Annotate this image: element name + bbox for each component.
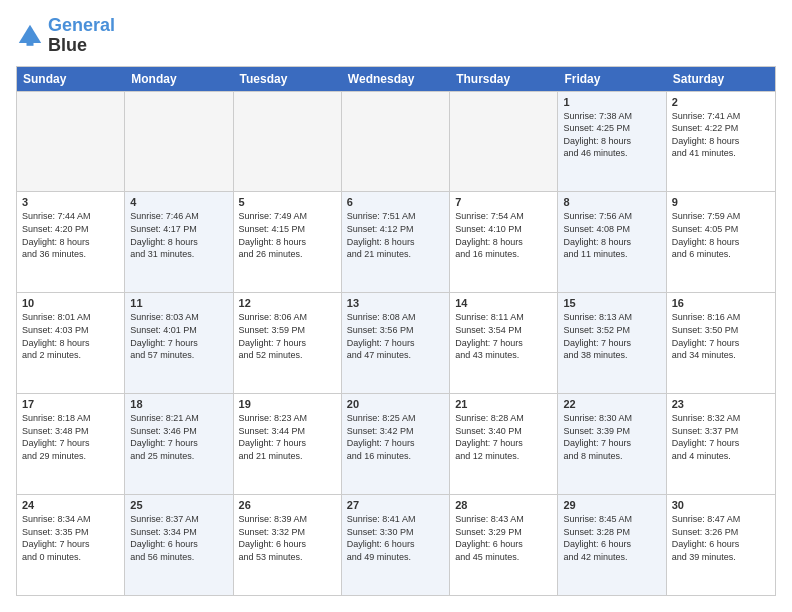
day-number: 9 — [672, 196, 770, 208]
day-info: Sunrise: 8:37 AM Sunset: 3:34 PM Dayligh… — [130, 513, 227, 563]
day-info: Sunrise: 8:28 AM Sunset: 3:40 PM Dayligh… — [455, 412, 552, 462]
day-cell-6: 6Sunrise: 7:51 AM Sunset: 4:12 PM Daylig… — [342, 192, 450, 292]
day-cell-11: 11Sunrise: 8:03 AM Sunset: 4:01 PM Dayli… — [125, 293, 233, 393]
day-info: Sunrise: 8:21 AM Sunset: 3:46 PM Dayligh… — [130, 412, 227, 462]
day-info: Sunrise: 8:23 AM Sunset: 3:44 PM Dayligh… — [239, 412, 336, 462]
calendar-row-1: 3Sunrise: 7:44 AM Sunset: 4:20 PM Daylig… — [17, 191, 775, 292]
day-info: Sunrise: 8:41 AM Sunset: 3:30 PM Dayligh… — [347, 513, 444, 563]
day-number: 1 — [563, 96, 660, 108]
day-cell-5: 5Sunrise: 7:49 AM Sunset: 4:15 PM Daylig… — [234, 192, 342, 292]
day-number: 30 — [672, 499, 770, 511]
day-info: Sunrise: 8:45 AM Sunset: 3:28 PM Dayligh… — [563, 513, 660, 563]
day-cell-4: 4Sunrise: 7:46 AM Sunset: 4:17 PM Daylig… — [125, 192, 233, 292]
empty-cell-0-1 — [125, 92, 233, 192]
logo-icon — [16, 22, 44, 50]
day-cell-18: 18Sunrise: 8:21 AM Sunset: 3:46 PM Dayli… — [125, 394, 233, 494]
day-number: 28 — [455, 499, 552, 511]
empty-cell-0-3 — [342, 92, 450, 192]
day-cell-13: 13Sunrise: 8:08 AM Sunset: 3:56 PM Dayli… — [342, 293, 450, 393]
day-info: Sunrise: 8:06 AM Sunset: 3:59 PM Dayligh… — [239, 311, 336, 361]
empty-cell-0-0 — [17, 92, 125, 192]
day-number: 21 — [455, 398, 552, 410]
weekday-header-tuesday: Tuesday — [234, 67, 342, 91]
day-cell-25: 25Sunrise: 8:37 AM Sunset: 3:34 PM Dayli… — [125, 495, 233, 595]
day-info: Sunrise: 8:34 AM Sunset: 3:35 PM Dayligh… — [22, 513, 119, 563]
day-info: Sunrise: 8:11 AM Sunset: 3:54 PM Dayligh… — [455, 311, 552, 361]
day-info: Sunrise: 7:51 AM Sunset: 4:12 PM Dayligh… — [347, 210, 444, 260]
page: General Blue SundayMondayTuesdayWednesda… — [0, 0, 792, 612]
day-cell-3: 3Sunrise: 7:44 AM Sunset: 4:20 PM Daylig… — [17, 192, 125, 292]
weekday-header-friday: Friday — [558, 67, 666, 91]
day-number: 23 — [672, 398, 770, 410]
day-number: 7 — [455, 196, 552, 208]
weekday-header-sunday: Sunday — [17, 67, 125, 91]
calendar-row-4: 24Sunrise: 8:34 AM Sunset: 3:35 PM Dayli… — [17, 494, 775, 595]
day-number: 18 — [130, 398, 227, 410]
day-info: Sunrise: 8:47 AM Sunset: 3:26 PM Dayligh… — [672, 513, 770, 563]
day-info: Sunrise: 7:38 AM Sunset: 4:25 PM Dayligh… — [563, 110, 660, 160]
day-number: 11 — [130, 297, 227, 309]
calendar-row-0: 1Sunrise: 7:38 AM Sunset: 4:25 PM Daylig… — [17, 91, 775, 192]
day-info: Sunrise: 7:41 AM Sunset: 4:22 PM Dayligh… — [672, 110, 770, 160]
day-number: 22 — [563, 398, 660, 410]
day-number: 15 — [563, 297, 660, 309]
empty-cell-0-4 — [450, 92, 558, 192]
day-number: 12 — [239, 297, 336, 309]
day-number: 3 — [22, 196, 119, 208]
day-number: 6 — [347, 196, 444, 208]
day-cell-19: 19Sunrise: 8:23 AM Sunset: 3:44 PM Dayli… — [234, 394, 342, 494]
weekday-header-wednesday: Wednesday — [342, 67, 450, 91]
day-info: Sunrise: 8:08 AM Sunset: 3:56 PM Dayligh… — [347, 311, 444, 361]
day-number: 29 — [563, 499, 660, 511]
weekday-header-monday: Monday — [125, 67, 233, 91]
day-number: 10 — [22, 297, 119, 309]
calendar-row-2: 10Sunrise: 8:01 AM Sunset: 4:03 PM Dayli… — [17, 292, 775, 393]
day-cell-9: 9Sunrise: 7:59 AM Sunset: 4:05 PM Daylig… — [667, 192, 775, 292]
day-info: Sunrise: 8:18 AM Sunset: 3:48 PM Dayligh… — [22, 412, 119, 462]
day-info: Sunrise: 7:49 AM Sunset: 4:15 PM Dayligh… — [239, 210, 336, 260]
day-number: 13 — [347, 297, 444, 309]
day-cell-26: 26Sunrise: 8:39 AM Sunset: 3:32 PM Dayli… — [234, 495, 342, 595]
day-info: Sunrise: 8:39 AM Sunset: 3:32 PM Dayligh… — [239, 513, 336, 563]
day-number: 24 — [22, 499, 119, 511]
logo: General Blue — [16, 16, 115, 56]
day-cell-8: 8Sunrise: 7:56 AM Sunset: 4:08 PM Daylig… — [558, 192, 666, 292]
day-number: 20 — [347, 398, 444, 410]
day-number: 4 — [130, 196, 227, 208]
day-cell-12: 12Sunrise: 8:06 AM Sunset: 3:59 PM Dayli… — [234, 293, 342, 393]
svg-rect-1 — [27, 41, 34, 45]
day-cell-20: 20Sunrise: 8:25 AM Sunset: 3:42 PM Dayli… — [342, 394, 450, 494]
empty-cell-0-2 — [234, 92, 342, 192]
calendar-header: SundayMondayTuesdayWednesdayThursdayFrid… — [17, 67, 775, 91]
day-number: 27 — [347, 499, 444, 511]
day-cell-30: 30Sunrise: 8:47 AM Sunset: 3:26 PM Dayli… — [667, 495, 775, 595]
logo-text: General Blue — [48, 16, 115, 56]
day-cell-21: 21Sunrise: 8:28 AM Sunset: 3:40 PM Dayli… — [450, 394, 558, 494]
weekday-header-saturday: Saturday — [667, 67, 775, 91]
day-cell-24: 24Sunrise: 8:34 AM Sunset: 3:35 PM Dayli… — [17, 495, 125, 595]
day-info: Sunrise: 8:25 AM Sunset: 3:42 PM Dayligh… — [347, 412, 444, 462]
day-info: Sunrise: 8:13 AM Sunset: 3:52 PM Dayligh… — [563, 311, 660, 361]
day-info: Sunrise: 7:56 AM Sunset: 4:08 PM Dayligh… — [563, 210, 660, 260]
weekday-header-thursday: Thursday — [450, 67, 558, 91]
day-info: Sunrise: 7:54 AM Sunset: 4:10 PM Dayligh… — [455, 210, 552, 260]
day-cell-2: 2Sunrise: 7:41 AM Sunset: 4:22 PM Daylig… — [667, 92, 775, 192]
day-info: Sunrise: 8:43 AM Sunset: 3:29 PM Dayligh… — [455, 513, 552, 563]
day-number: 17 — [22, 398, 119, 410]
day-info: Sunrise: 8:30 AM Sunset: 3:39 PM Dayligh… — [563, 412, 660, 462]
day-cell-7: 7Sunrise: 7:54 AM Sunset: 4:10 PM Daylig… — [450, 192, 558, 292]
calendar: SundayMondayTuesdayWednesdayThursdayFrid… — [16, 66, 776, 596]
day-info: Sunrise: 7:59 AM Sunset: 4:05 PM Dayligh… — [672, 210, 770, 260]
day-number: 2 — [672, 96, 770, 108]
header: General Blue — [16, 16, 776, 56]
day-number: 25 — [130, 499, 227, 511]
day-cell-10: 10Sunrise: 8:01 AM Sunset: 4:03 PM Dayli… — [17, 293, 125, 393]
day-cell-16: 16Sunrise: 8:16 AM Sunset: 3:50 PM Dayli… — [667, 293, 775, 393]
day-info: Sunrise: 8:32 AM Sunset: 3:37 PM Dayligh… — [672, 412, 770, 462]
day-info: Sunrise: 7:44 AM Sunset: 4:20 PM Dayligh… — [22, 210, 119, 260]
day-number: 14 — [455, 297, 552, 309]
day-cell-22: 22Sunrise: 8:30 AM Sunset: 3:39 PM Dayli… — [558, 394, 666, 494]
day-info: Sunrise: 8:01 AM Sunset: 4:03 PM Dayligh… — [22, 311, 119, 361]
day-cell-14: 14Sunrise: 8:11 AM Sunset: 3:54 PM Dayli… — [450, 293, 558, 393]
day-info: Sunrise: 8:03 AM Sunset: 4:01 PM Dayligh… — [130, 311, 227, 361]
